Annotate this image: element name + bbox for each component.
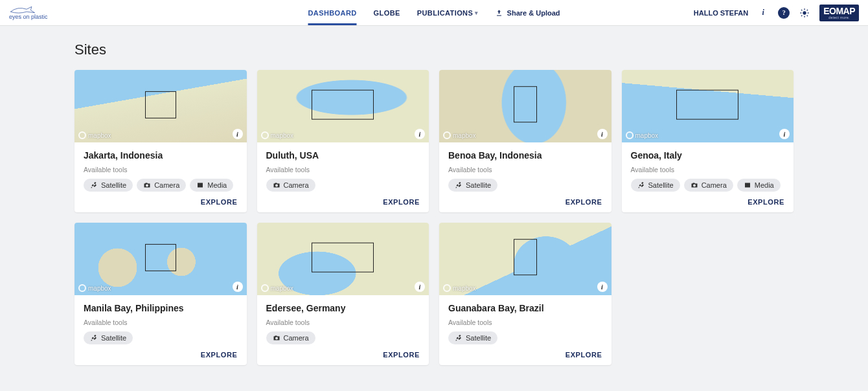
- explore-button[interactable]: EXPLORE: [383, 198, 420, 206]
- media-icon: [196, 181, 204, 189]
- map-info-icon[interactable]: i: [597, 282, 608, 292]
- available-tools-label: Available tools: [448, 318, 602, 326]
- nav-publications[interactable]: PUBLICATIONS ▾: [417, 0, 479, 25]
- site-card-body: Manila Bay, Philippines Available tools …: [74, 295, 247, 365]
- header-right: HALLO STEFAN i ? EOMAP detect more.: [694, 5, 859, 21]
- mapbox-label: mapbox: [88, 285, 111, 292]
- tool-chip-satellite[interactable]: Satellite: [84, 179, 133, 192]
- site-map-thumbnail[interactable]: mapbox i: [74, 223, 247, 295]
- available-tools-label: Available tools: [84, 318, 238, 326]
- sites-grid: mapbox i Jakarta, Indonesia Available to…: [74, 70, 794, 365]
- mapbox-icon: [261, 131, 269, 139]
- main-content: Sites mapbox i Jakarta, Indonesia Availa…: [0, 26, 868, 391]
- site-title: Benoa Bay, Indonesia: [448, 150, 602, 161]
- tool-chip-media[interactable]: Media: [190, 179, 233, 192]
- tool-chip-camera[interactable]: Camera: [266, 331, 315, 344]
- svg-line-5: [801, 10, 802, 10]
- nav-globe-label: GLOBE: [374, 9, 400, 17]
- mapbox-label: mapbox: [271, 132, 294, 139]
- explore-button[interactable]: EXPLORE: [748, 198, 784, 206]
- map-info-icon[interactable]: i: [597, 129, 608, 139]
- site-card: mapbox i Edersee, Germany Available tool…: [257, 223, 429, 365]
- nav-dashboard-label: DASHBOARD: [308, 9, 356, 17]
- available-tools-label: Available tools: [631, 166, 785, 173]
- nav-dashboard[interactable]: DASHBOARD: [308, 0, 356, 25]
- explore-button[interactable]: EXPLORE: [565, 351, 602, 359]
- mapbox-attribution[interactable]: mapbox: [443, 284, 476, 292]
- help-icon[interactable]: ?: [778, 7, 790, 19]
- site-title: Edersee, Germany: [266, 303, 420, 313]
- info-icon[interactable]: i: [757, 7, 769, 19]
- tool-chip-row: Satellite: [84, 331, 238, 344]
- satellite-icon: [90, 334, 98, 342]
- available-tools-label: Available tools: [266, 318, 420, 326]
- eomap-strap-text: detect more.: [828, 16, 850, 19]
- mapbox-attribution[interactable]: mapbox: [626, 131, 659, 139]
- site-card-body: Duluth, USA Available tools Camera EXPLO…: [257, 142, 429, 212]
- tool-chip-row: Satellite: [448, 179, 602, 192]
- map-info-icon[interactable]: i: [415, 282, 425, 292]
- site-map-thumbnail[interactable]: mapbox i: [74, 70, 247, 142]
- svg-line-7: [801, 15, 802, 16]
- tool-chip-label: Media: [207, 181, 227, 189]
- tool-chip-label: Camera: [284, 334, 309, 342]
- map-info-icon[interactable]: i: [233, 129, 243, 139]
- available-tools-label: Available tools: [448, 166, 602, 173]
- camera-icon: [691, 181, 698, 189]
- explore-button[interactable]: EXPLORE: [201, 351, 238, 359]
- site-map-thumbnail[interactable]: mapbox i: [439, 70, 611, 142]
- tool-chip-label: Camera: [284, 181, 309, 189]
- fish-icon: [9, 5, 40, 14]
- explore-button[interactable]: EXPLORE: [565, 198, 602, 206]
- explore-button[interactable]: EXPLORE: [201, 198, 238, 206]
- mapbox-attribution[interactable]: mapbox: [261, 284, 294, 292]
- roi-rectangle: [676, 90, 738, 120]
- tool-chip-media[interactable]: Media: [737, 179, 781, 192]
- mapbox-attribution[interactable]: mapbox: [78, 131, 111, 139]
- site-title: Jakarta, Indonesia: [84, 150, 238, 161]
- eomap-brand-text: EOMAP: [823, 6, 855, 16]
- tool-chip-satellite[interactable]: Satellite: [448, 179, 497, 192]
- tool-chip-label: Satellite: [648, 181, 674, 189]
- site-map-thumbnail[interactable]: mapbox i: [257, 70, 429, 142]
- map-info-icon[interactable]: i: [233, 282, 243, 292]
- app-header: eyes on plastic DASHBOARD GLOBE PUBLICAT…: [0, 0, 868, 26]
- mapbox-label: mapbox: [453, 285, 476, 292]
- tool-chip-camera[interactable]: Camera: [137, 179, 186, 192]
- roi-rectangle: [145, 91, 176, 118]
- roi-rectangle: [312, 90, 374, 120]
- map-info-icon[interactable]: i: [415, 129, 425, 139]
- satellite-icon: [90, 181, 98, 189]
- logo-eomap[interactable]: EOMAP detect more.: [819, 5, 859, 21]
- mapbox-icon: [261, 284, 269, 292]
- tool-chip-satellite[interactable]: Satellite: [84, 331, 133, 344]
- site-map-thumbnail[interactable]: mapbox i: [257, 223, 429, 295]
- tool-chip-row: Satellite Camera Media: [84, 179, 238, 192]
- mapbox-label: mapbox: [271, 285, 294, 292]
- mapbox-attribution[interactable]: mapbox: [443, 131, 476, 139]
- site-map-thumbnail[interactable]: mapbox i: [439, 223, 611, 295]
- mapbox-attribution[interactable]: mapbox: [261, 131, 294, 139]
- tool-chip-row: Camera: [266, 331, 420, 344]
- satellite-icon: [455, 334, 463, 342]
- media-icon: [744, 181, 751, 189]
- logo-eyes-on-plastic[interactable]: eyes on plastic: [9, 5, 48, 20]
- satellite-icon: [637, 181, 645, 189]
- tool-chip-camera[interactable]: Camera: [684, 179, 733, 192]
- theme-toggle-icon[interactable]: [799, 7, 810, 19]
- tool-chip-label: Media: [755, 181, 774, 189]
- tool-chip-satellite[interactable]: Satellite: [631, 179, 680, 192]
- tool-chip-camera[interactable]: Camera: [266, 179, 315, 192]
- site-card: mapbox i Jakarta, Indonesia Available to…: [74, 70, 247, 212]
- site-map-thumbnail[interactable]: mapbox i: [622, 70, 794, 142]
- mapbox-attribution[interactable]: mapbox: [78, 284, 111, 292]
- nav-globe[interactable]: GLOBE: [374, 0, 400, 25]
- nav-share-upload[interactable]: Share & Upload: [496, 9, 560, 17]
- camera-icon: [273, 181, 280, 189]
- map-info-icon[interactable]: i: [779, 129, 790, 139]
- explore-button[interactable]: EXPLORE: [383, 351, 420, 359]
- available-tools-label: Available tools: [266, 166, 420, 173]
- user-greeting[interactable]: HALLO STEFAN: [694, 9, 748, 17]
- site-title: Guanabara Bay, Brazil: [448, 303, 602, 313]
- tool-chip-satellite[interactable]: Satellite: [448, 331, 497, 344]
